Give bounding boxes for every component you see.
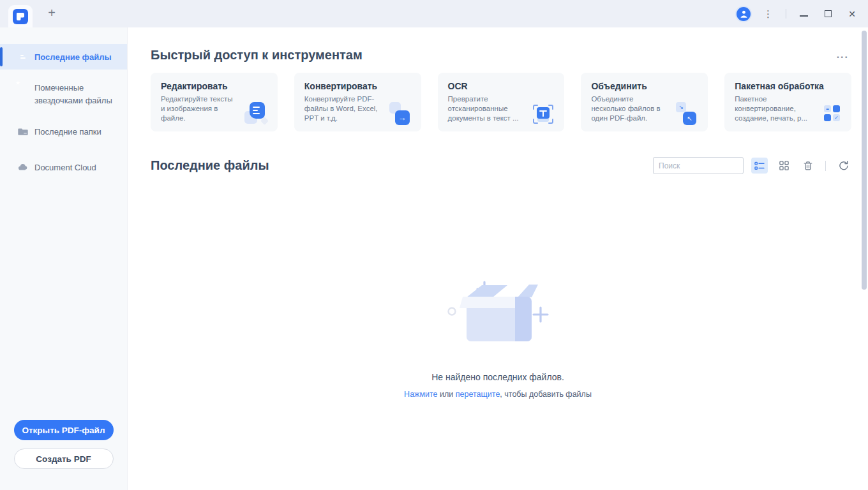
- tool-card-description: Редактируйте тексты и изображения в файл…: [161, 94, 239, 123]
- titlebar: + ⋮ ✕: [0, 0, 868, 27]
- close-icon: ✕: [848, 10, 856, 19]
- more-options-button[interactable]: ...: [834, 50, 851, 59]
- hint-text: , чтобы добавить файлы: [500, 390, 592, 399]
- titlebar-separator: [786, 9, 786, 19]
- close-button[interactable]: ✕: [845, 7, 859, 21]
- sidebar-item-label: Последние папки: [34, 127, 101, 137]
- empty-box-illustration: [444, 278, 552, 352]
- recent-files-title: Последние файлы: [151, 158, 269, 173]
- quick-access-title: Быстрый доступ к инструментам: [151, 48, 363, 63]
- open-pdf-button[interactable]: Открыть PDF-файл: [14, 420, 114, 440]
- tool-card-merge[interactable]: Объединить Объедините несколько файлов в…: [581, 73, 708, 131]
- tool-card-description: Конвертируйте PDF-файлы в Word, Excel, P…: [304, 94, 382, 123]
- tool-card-edit[interactable]: Редактировать Редактируйте тексты и изоб…: [151, 73, 278, 131]
- tool-card-title: Конвертировать: [304, 81, 411, 91]
- minimize-icon: [800, 15, 808, 17]
- edit-document-icon: [244, 102, 269, 126]
- sidebar-item-starred-files[interactable]: ★ Помеченные звездочками файлы: [0, 82, 127, 107]
- tool-card-ocr[interactable]: OCR Превратите отсканированные документы…: [438, 73, 565, 131]
- vertical-scrollbar[interactable]: [862, 31, 867, 290]
- person-icon: [740, 10, 748, 18]
- create-pdf-button[interactable]: Создать PDF: [14, 449, 114, 469]
- maximize-icon: [825, 10, 832, 17]
- tool-card-batch[interactable]: Пакетная обработка Пакетное конвертирова…: [724, 73, 851, 131]
- tool-card-title: Редактировать: [161, 81, 267, 91]
- ocr-scan-icon: [531, 102, 555, 126]
- trash-icon: [803, 161, 813, 171]
- tools-separator: [825, 161, 826, 171]
- empty-hint: Нажмите или перетащите, чтобы добавить ф…: [128, 390, 868, 399]
- grid-view-icon: [779, 161, 789, 170]
- sidebar-item-label: Помеченные звездочками файлы: [34, 82, 112, 107]
- click-to-add-link[interactable]: Нажмите: [404, 390, 437, 399]
- sidebar-item-recent-files[interactable]: Последние файлы: [0, 44, 127, 70]
- cloud-icon: [18, 162, 28, 172]
- menu-kebab-button[interactable]: ⋮: [761, 8, 775, 20]
- tool-card-convert[interactable]: Конвертировать Конвертируйте PDF-файлы в…: [294, 73, 421, 131]
- sidebar-item-recent-folders[interactable]: Последние папки: [0, 125, 127, 138]
- account-avatar[interactable]: [737, 7, 751, 21]
- hint-text: или: [438, 390, 456, 399]
- empty-message: Не найдено последних файлов.: [128, 372, 868, 382]
- delete-button[interactable]: [800, 158, 816, 174]
- drag-to-add-link[interactable]: перетащите: [456, 390, 500, 399]
- sidebar-item-label: Document Cloud: [34, 163, 96, 172]
- sidebar: Последние файлы ★ Помеченные звездочками…: [0, 27, 128, 490]
- logo-glyph: [13, 9, 28, 24]
- quick-access-cards: Редактировать Редактируйте тексты и изоб…: [151, 73, 851, 131]
- refresh-button[interactable]: [835, 158, 851, 174]
- grid-view-button[interactable]: [775, 158, 792, 174]
- new-tab-button[interactable]: +: [44, 6, 59, 22]
- sidebar-item-label: Последние файлы: [34, 52, 112, 62]
- tool-card-title: OCR: [448, 81, 555, 91]
- tool-card-title: Объединить: [591, 81, 698, 91]
- convert-icon: →: [388, 102, 412, 126]
- list-view-button[interactable]: [751, 158, 768, 174]
- pdfelement-logo-icon: [13, 9, 28, 24]
- search-input[interactable]: [653, 157, 744, 174]
- minimize-button[interactable]: [797, 7, 811, 21]
- refresh-icon: [838, 160, 849, 171]
- folder-icon: [18, 126, 28, 137]
- sidebar-item-document-cloud[interactable]: Document Cloud: [0, 161, 127, 174]
- starred-file-icon: ★: [18, 83, 28, 93]
- batch-process-icon: = ✓: [818, 102, 842, 126]
- merge-icon: ↘ ↖: [675, 102, 699, 126]
- tool-card-description: Пакетное конвертирование, создание, печа…: [735, 94, 812, 123]
- tool-card-title: Пакетная обработка: [735, 81, 841, 91]
- tool-card-description: Объедините несколько файлов в один PDF-ф…: [591, 94, 669, 123]
- main-panel: Быстрый доступ к инструментам ... Редакт…: [128, 27, 868, 490]
- app-tab[interactable]: [8, 5, 33, 27]
- recent-files-icon: [18, 52, 28, 62]
- empty-state: Не найдено последних файлов. Нажмите или…: [128, 278, 868, 399]
- tool-card-description: Превратите отсканированные документы в т…: [448, 94, 526, 123]
- list-view-icon: [754, 161, 765, 170]
- maximize-button[interactable]: [821, 7, 835, 21]
